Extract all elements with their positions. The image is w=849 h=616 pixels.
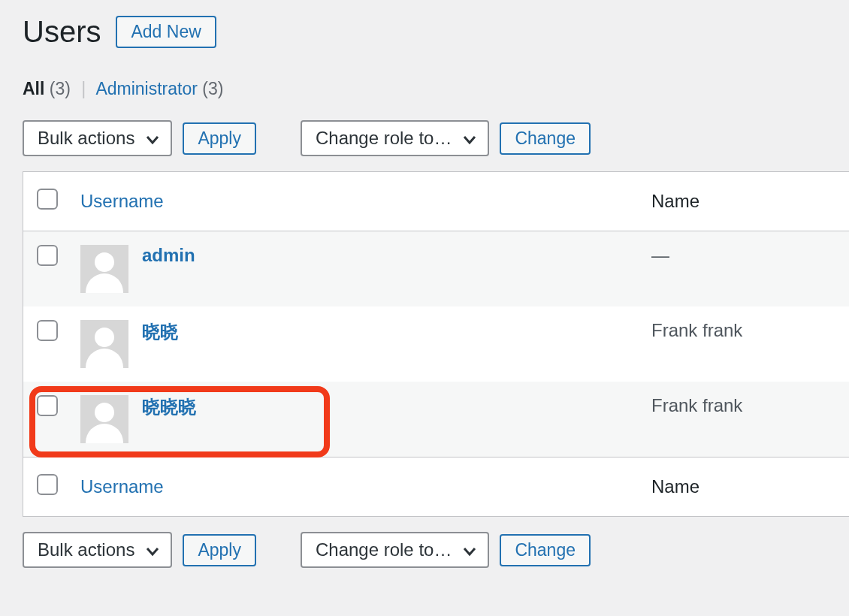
username-link[interactable]: 晓晓晓 — [142, 395, 196, 419]
column-name-footer: Name — [642, 457, 849, 517]
filter-administrator[interactable]: Administrator (3) — [95, 79, 223, 98]
username-link[interactable]: admin — [142, 245, 195, 266]
row-checkbox[interactable] — [37, 320, 58, 341]
table-row: 晓晓晓Frank frank — [23, 382, 849, 457]
filter-links: All (3) | Administrator (3) — [23, 79, 849, 99]
avatar — [80, 245, 128, 293]
select-all-checkbox-footer[interactable] — [37, 474, 58, 495]
filter-all-count: (3) — [50, 79, 71, 98]
filter-administrator-label: Administrator — [95, 79, 197, 98]
apply-bulk-button[interactable]: Apply — [183, 122, 256, 155]
chevron-down-icon — [462, 131, 477, 146]
name-cell: — — [642, 231, 849, 307]
name-cell: Frank frank — [642, 382, 849, 457]
table-row: admin— — [23, 231, 849, 307]
bulk-actions-label: Bulk actions — [38, 539, 134, 560]
filter-all[interactable]: All (3) — [23, 79, 75, 98]
change-role-select-bottom[interactable]: Change role to… — [301, 532, 489, 568]
avatar — [80, 320, 128, 368]
bulk-actions-label: Bulk actions — [38, 128, 134, 149]
table-row: 晓晓Frank frank — [23, 306, 849, 382]
users-table: Username Name admin—晓晓Frank frank晓晓晓Fran… — [23, 172, 849, 516]
column-username-header[interactable]: Username — [80, 191, 164, 211]
row-checkbox[interactable] — [37, 245, 58, 266]
change-role-label: Change role to… — [316, 128, 452, 149]
filter-separator: | — [81, 79, 86, 98]
username-link[interactable]: 晓晓 — [142, 320, 178, 344]
page-title: Users — [23, 15, 101, 49]
filter-all-label: All — [23, 79, 44, 98]
chevron-down-icon — [145, 542, 160, 557]
change-role-select[interactable]: Change role to… — [301, 120, 489, 156]
avatar — [80, 395, 128, 443]
add-new-button[interactable]: Add New — [116, 16, 216, 48]
bulk-actions-select[interactable]: Bulk actions — [23, 120, 172, 156]
column-username-footer[interactable]: Username — [80, 476, 164, 497]
change-role-button-bottom[interactable]: Change — [500, 534, 591, 566]
apply-bulk-button-bottom[interactable]: Apply — [183, 534, 256, 566]
row-checkbox[interactable] — [37, 395, 58, 416]
chevron-down-icon — [145, 131, 160, 146]
select-all-checkbox[interactable] — [37, 189, 58, 210]
column-name-header: Name — [642, 172, 849, 231]
filter-administrator-count: (3) — [202, 79, 223, 98]
bulk-actions-select-bottom[interactable]: Bulk actions — [23, 532, 172, 568]
change-role-label: Change role to… — [316, 539, 452, 560]
change-role-button[interactable]: Change — [500, 122, 591, 155]
name-cell: Frank frank — [642, 306, 849, 382]
chevron-down-icon — [462, 542, 477, 557]
